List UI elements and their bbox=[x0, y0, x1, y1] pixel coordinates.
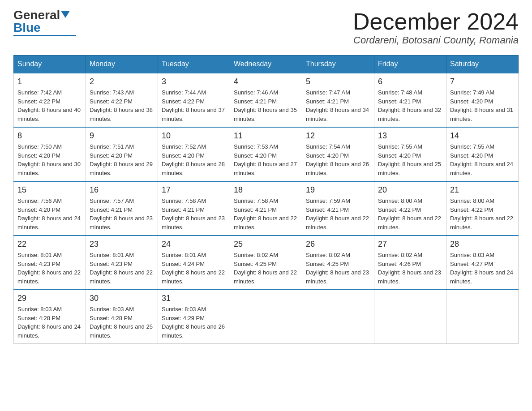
header-friday: Friday bbox=[374, 56, 446, 73]
day-cell: 5 Sunrise: 7:47 AMSunset: 4:21 PMDayligh… bbox=[302, 73, 374, 127]
day-info: Sunrise: 7:52 AMSunset: 4:20 PMDaylight:… bbox=[162, 143, 225, 176]
day-cell: 9 Sunrise: 7:51 AMSunset: 4:20 PMDayligh… bbox=[86, 127, 158, 181]
day-info: Sunrise: 7:53 AMSunset: 4:20 PMDaylight:… bbox=[234, 143, 297, 176]
day-cell: 27 Sunrise: 8:02 AMSunset: 4:26 PMDaylig… bbox=[374, 235, 446, 290]
day-cell: 20 Sunrise: 8:00 AMSunset: 4:22 PMDaylig… bbox=[374, 181, 446, 235]
day-cell: 13 Sunrise: 7:55 AMSunset: 4:20 PMDaylig… bbox=[374, 127, 446, 181]
day-cell bbox=[374, 290, 446, 344]
day-cell: 31 Sunrise: 8:03 AMSunset: 4:29 PMDaylig… bbox=[158, 290, 230, 344]
day-number: 22 bbox=[17, 240, 82, 249]
day-cell: 3 Sunrise: 7:44 AMSunset: 4:22 PMDayligh… bbox=[158, 73, 230, 127]
header-sunday: Sunday bbox=[14, 56, 86, 73]
day-cell: 14 Sunrise: 7:55 AMSunset: 4:20 PMDaylig… bbox=[446, 127, 519, 181]
day-info: Sunrise: 7:59 AMSunset: 4:21 PMDaylight:… bbox=[306, 197, 369, 231]
header-row: SundayMondayTuesdayWednesdayThursdayFrid… bbox=[14, 56, 519, 73]
day-info: Sunrise: 7:58 AMSunset: 4:21 PMDaylight:… bbox=[162, 197, 225, 231]
week-row-1: 1 Sunrise: 7:42 AMSunset: 4:22 PMDayligh… bbox=[14, 73, 519, 127]
day-number: 5 bbox=[306, 77, 370, 86]
day-number: 3 bbox=[162, 77, 226, 86]
location-title: Cordareni, Botosani County, Romania bbox=[353, 34, 519, 46]
day-number: 20 bbox=[378, 185, 442, 195]
day-info: Sunrise: 7:55 AMSunset: 4:20 PMDaylight:… bbox=[378, 143, 441, 176]
day-cell: 10 Sunrise: 7:52 AMSunset: 4:20 PMDaylig… bbox=[158, 127, 230, 181]
day-info: Sunrise: 8:00 AMSunset: 4:22 PMDaylight:… bbox=[378, 197, 441, 231]
title-section: December 2024 Cordareni, Botosani County… bbox=[353, 9, 519, 46]
day-info: Sunrise: 7:43 AMSunset: 4:22 PMDaylight:… bbox=[90, 89, 153, 122]
day-info: Sunrise: 7:56 AMSunset: 4:20 PMDaylight:… bbox=[17, 197, 81, 231]
day-info: Sunrise: 7:57 AMSunset: 4:21 PMDaylight:… bbox=[90, 197, 153, 231]
day-cell: 12 Sunrise: 7:54 AMSunset: 4:20 PMDaylig… bbox=[302, 127, 374, 181]
day-info: Sunrise: 7:50 AMSunset: 4:20 PMDaylight:… bbox=[17, 143, 81, 176]
day-number: 16 bbox=[90, 185, 154, 195]
page-header: General Blue December 2024 Cordareni, Bo… bbox=[13, 9, 519, 46]
day-number: 12 bbox=[306, 131, 370, 141]
day-cell: 29 Sunrise: 8:03 AMSunset: 4:28 PMDaylig… bbox=[14, 290, 86, 344]
day-cell bbox=[446, 290, 519, 344]
header-monday: Monday bbox=[86, 56, 158, 73]
day-info: Sunrise: 7:48 AMSunset: 4:21 PMDaylight:… bbox=[378, 89, 441, 122]
day-cell: 1 Sunrise: 7:42 AMSunset: 4:22 PMDayligh… bbox=[14, 73, 86, 127]
day-number: 24 bbox=[162, 240, 226, 249]
day-info: Sunrise: 7:58 AMSunset: 4:21 PMDaylight:… bbox=[234, 197, 297, 231]
day-number: 31 bbox=[162, 294, 226, 303]
day-number: 1 bbox=[17, 77, 82, 86]
day-number: 18 bbox=[234, 185, 298, 195]
day-cell: 18 Sunrise: 7:58 AMSunset: 4:21 PMDaylig… bbox=[230, 181, 302, 235]
day-number: 28 bbox=[450, 240, 515, 249]
day-number: 8 bbox=[17, 131, 82, 141]
day-cell bbox=[230, 290, 302, 344]
header-tuesday: Tuesday bbox=[158, 56, 230, 73]
day-cell: 19 Sunrise: 7:59 AMSunset: 4:21 PMDaylig… bbox=[302, 181, 374, 235]
day-info: Sunrise: 7:42 AMSunset: 4:22 PMDaylight:… bbox=[17, 89, 81, 122]
day-number: 15 bbox=[17, 185, 82, 195]
day-cell: 30 Sunrise: 8:03 AMSunset: 4:28 PMDaylig… bbox=[86, 290, 158, 344]
day-info: Sunrise: 8:01 AMSunset: 4:23 PMDaylight:… bbox=[90, 252, 153, 285]
day-info: Sunrise: 8:02 AMSunset: 4:26 PMDaylight:… bbox=[378, 252, 441, 285]
day-number: 27 bbox=[378, 240, 442, 249]
day-number: 13 bbox=[378, 131, 442, 141]
day-info: Sunrise: 7:47 AMSunset: 4:21 PMDaylight:… bbox=[306, 89, 369, 122]
day-cell: 22 Sunrise: 8:01 AMSunset: 4:23 PMDaylig… bbox=[14, 235, 86, 290]
day-number: 30 bbox=[90, 294, 154, 303]
day-info: Sunrise: 8:01 AMSunset: 4:23 PMDaylight:… bbox=[17, 252, 81, 285]
month-title: December 2024 bbox=[353, 9, 519, 34]
day-cell: 2 Sunrise: 7:43 AMSunset: 4:22 PMDayligh… bbox=[86, 73, 158, 127]
header-saturday: Saturday bbox=[446, 56, 519, 73]
day-cell: 24 Sunrise: 8:01 AMSunset: 4:24 PMDaylig… bbox=[158, 235, 230, 290]
day-number: 2 bbox=[90, 77, 154, 86]
day-info: Sunrise: 8:01 AMSunset: 4:24 PMDaylight:… bbox=[162, 252, 225, 285]
day-number: 9 bbox=[90, 131, 154, 141]
day-cell: 4 Sunrise: 7:46 AMSunset: 4:21 PMDayligh… bbox=[230, 73, 302, 127]
day-cell: 28 Sunrise: 8:03 AMSunset: 4:27 PMDaylig… bbox=[446, 235, 519, 290]
week-row-2: 8 Sunrise: 7:50 AMSunset: 4:20 PMDayligh… bbox=[14, 127, 519, 181]
day-number: 21 bbox=[450, 185, 515, 195]
day-number: 26 bbox=[306, 240, 370, 249]
day-number: 11 bbox=[234, 131, 298, 141]
day-number: 7 bbox=[450, 77, 515, 86]
day-cell: 15 Sunrise: 7:56 AMSunset: 4:20 PMDaylig… bbox=[14, 181, 86, 235]
day-number: 6 bbox=[378, 77, 442, 86]
day-number: 14 bbox=[450, 131, 515, 141]
day-cell: 7 Sunrise: 7:49 AMSunset: 4:20 PMDayligh… bbox=[446, 73, 519, 127]
day-cell: 26 Sunrise: 8:02 AMSunset: 4:25 PMDaylig… bbox=[302, 235, 374, 290]
day-info: Sunrise: 7:54 AMSunset: 4:20 PMDaylight:… bbox=[306, 143, 369, 176]
header-wednesday: Wednesday bbox=[230, 56, 302, 73]
day-number: 25 bbox=[234, 240, 298, 249]
logo-line bbox=[13, 35, 76, 36]
day-number: 17 bbox=[162, 185, 226, 195]
day-cell: 16 Sunrise: 7:57 AMSunset: 4:21 PMDaylig… bbox=[86, 181, 158, 235]
logo-blue-text: Blue bbox=[13, 21, 41, 34]
day-number: 29 bbox=[17, 294, 82, 303]
day-info: Sunrise: 8:00 AMSunset: 4:22 PMDaylight:… bbox=[450, 197, 513, 231]
day-info: Sunrise: 7:55 AMSunset: 4:20 PMDaylight:… bbox=[450, 143, 513, 176]
day-info: Sunrise: 7:49 AMSunset: 4:20 PMDaylight:… bbox=[450, 89, 513, 122]
day-number: 19 bbox=[306, 185, 370, 195]
week-row-4: 22 Sunrise: 8:01 AMSunset: 4:23 PMDaylig… bbox=[14, 235, 519, 290]
week-row-3: 15 Sunrise: 7:56 AMSunset: 4:20 PMDaylig… bbox=[14, 181, 519, 235]
day-cell: 17 Sunrise: 7:58 AMSunset: 4:21 PMDaylig… bbox=[158, 181, 230, 235]
day-cell: 8 Sunrise: 7:50 AMSunset: 4:20 PMDayligh… bbox=[14, 127, 86, 181]
day-info: Sunrise: 7:51 AMSunset: 4:20 PMDaylight:… bbox=[90, 143, 153, 176]
day-info: Sunrise: 8:03 AMSunset: 4:28 PMDaylight:… bbox=[90, 306, 153, 339]
day-number: 23 bbox=[90, 240, 154, 249]
day-number: 10 bbox=[162, 131, 226, 141]
